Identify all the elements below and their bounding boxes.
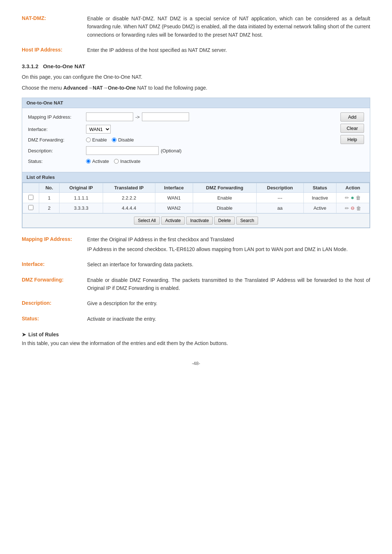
status-radio-group: Activate Inactivate bbox=[86, 159, 140, 164]
row1-edit-icon[interactable]: ✏ bbox=[345, 195, 349, 201]
menu-path: Advanced→NAT→One-to-One bbox=[63, 85, 136, 91]
nat-dmz-section: NAT-DMZ: Enable or disable NAT-DMZ. NAT … bbox=[22, 15, 370, 39]
row2-interface: WAN2 bbox=[155, 203, 193, 213]
list-rules-section: ➤ List of Rules In this table, you can v… bbox=[22, 332, 370, 346]
row1-description: --- bbox=[256, 193, 303, 203]
host-ip-label: Host IP Address: bbox=[22, 46, 87, 54]
interface-control: WAN1 WAN2 bbox=[86, 125, 335, 134]
help-description-row: Description: Give a description for the … bbox=[22, 299, 370, 309]
list-rules-title-text: List of Rules bbox=[28, 332, 59, 337]
list-rules-title: ➤ List of Rules bbox=[22, 332, 370, 337]
mapping-ip-label: Mapping IP Address: bbox=[28, 114, 86, 120]
row1-dmz: Enable bbox=[193, 193, 256, 203]
nat-dmz-description: Enable or disable NAT-DMZ. NAT DMZ is a … bbox=[87, 15, 370, 39]
mapping-ip-translated-input[interactable] bbox=[142, 112, 189, 121]
list-rules-arrow: ➤ bbox=[22, 332, 26, 337]
panel-buttons: Add Clear Help bbox=[340, 112, 364, 168]
page-number: -48- bbox=[22, 361, 370, 366]
add-button[interactable]: Add bbox=[340, 112, 364, 122]
row2-deactivate-icon[interactable]: ⊖ bbox=[351, 205, 355, 211]
row1-action: ✏ ● 🗑 bbox=[336, 193, 369, 203]
interface-select[interactable]: WAN1 WAN2 bbox=[86, 125, 111, 134]
col-description: Description bbox=[256, 183, 303, 193]
status-activate-item: Activate bbox=[86, 159, 109, 164]
panel-body: Mapping IP Address: -> Interface: WAN1 W… bbox=[22, 108, 370, 172]
dmz-disable-radio[interactable] bbox=[112, 138, 117, 142]
row2-checkbox-cell bbox=[23, 203, 39, 213]
table-row: 1 1.1.1.1 2.2.2.2 WAN1 Enable --- Inacti… bbox=[23, 193, 369, 203]
description-input[interactable] bbox=[86, 146, 159, 155]
dmz-disable-item: Disable bbox=[112, 137, 134, 143]
section-intro: On this page, you can configure the One-… bbox=[22, 73, 370, 92]
row1-checkbox-cell bbox=[23, 193, 39, 203]
col-dmz-forwarding: DMZ Forwarding bbox=[193, 183, 256, 193]
help-mapping-label: Mapping IP Address: bbox=[22, 235, 87, 255]
help-dmz-content: Enable or disable DMZ Forwarding. The pa… bbox=[87, 276, 370, 294]
row2-checkbox[interactable] bbox=[28, 205, 33, 210]
help-description-content: Give a description for the entry. bbox=[87, 299, 370, 309]
activate-button[interactable]: Activate bbox=[161, 217, 185, 225]
row2-original-ip: 3.3.3.3 bbox=[59, 203, 103, 213]
row1-delete-icon[interactable]: 🗑 bbox=[356, 195, 361, 201]
rules-table-head: No. Original IP Translated IP Interface … bbox=[23, 183, 369, 193]
description-control: (Optional) bbox=[86, 146, 335, 155]
list-rules-desc: In this table, you can view the informat… bbox=[22, 340, 370, 346]
row1-checkbox[interactable] bbox=[28, 195, 33, 200]
row2-no: 2 bbox=[39, 203, 60, 213]
description-row: Description: (Optional) bbox=[28, 146, 335, 155]
clear-button[interactable]: Clear bbox=[340, 124, 364, 133]
list-of-rules-header: List of Rules bbox=[22, 172, 370, 182]
help-interface-label: Interface: bbox=[22, 260, 87, 270]
status-activate-radio[interactable] bbox=[86, 159, 91, 164]
row1-activate-icon[interactable]: ● bbox=[351, 194, 354, 201]
row2-dmz: Disable bbox=[193, 203, 256, 213]
help-status-desc: Activate or inactivate the entry. bbox=[87, 315, 370, 323]
intro-line1: On this page, you can configure the One-… bbox=[22, 73, 370, 81]
help-button[interactable]: Help bbox=[340, 135, 364, 144]
dmz-enable-radio[interactable] bbox=[86, 138, 91, 142]
help-status-row: Status: Activate or inactivate the entry… bbox=[22, 315, 370, 324]
row2-delete-icon[interactable]: 🗑 bbox=[356, 205, 361, 211]
status-inactivate-item: Inactivate bbox=[114, 159, 140, 164]
host-ip-section: Host IP Address: Enter the IP address of… bbox=[22, 46, 370, 54]
dmz-forwarding-control: Enable Disable bbox=[86, 137, 335, 143]
col-action: Action bbox=[336, 183, 369, 193]
rules-table: No. Original IP Translated IP Interface … bbox=[23, 183, 369, 213]
panel-form: Mapping IP Address: -> Interface: WAN1 W… bbox=[28, 112, 335, 168]
help-mapping-line1: Enter the Original IP Address in the fir… bbox=[87, 235, 370, 243]
rules-table-body: 1 1.1.1.1 2.2.2.2 WAN1 Enable --- Inacti… bbox=[23, 193, 369, 213]
dmz-enable-label: Enable bbox=[92, 137, 107, 143]
help-status-content: Activate or inactivate the entry. bbox=[87, 315, 370, 324]
search-button[interactable]: Search bbox=[236, 217, 258, 225]
row2-edit-icon[interactable]: ✏ bbox=[345, 205, 349, 211]
row2-action: ✏ ⊖ 🗑 bbox=[336, 203, 369, 213]
row2-action-icons: ✏ ⊖ 🗑 bbox=[339, 205, 366, 211]
col-checkbox bbox=[23, 183, 39, 193]
select-all-button[interactable]: Select All bbox=[134, 217, 160, 225]
help-mapping-content: Enter the Original IP Address in the fir… bbox=[87, 235, 370, 255]
row2-description: aa bbox=[256, 203, 303, 213]
help-description-desc: Give a description for the entry. bbox=[87, 299, 370, 307]
help-section: Mapping IP Address: Enter the Original I… bbox=[22, 235, 370, 324]
col-translated-ip: Translated IP bbox=[103, 183, 155, 193]
help-interface-row: Interface: Select an interface for forwa… bbox=[22, 260, 370, 270]
section-title: One-to-One NAT bbox=[43, 63, 85, 69]
row1-no: 1 bbox=[39, 193, 60, 203]
dmz-forwarding-row: DMZ Forwarding: Enable Disable bbox=[28, 137, 335, 143]
inactivate-button[interactable]: Inactivate bbox=[186, 217, 213, 225]
help-interface-desc: Select an interface for forwarding data … bbox=[87, 260, 370, 268]
interface-row: Interface: WAN1 WAN2 bbox=[28, 125, 335, 134]
dmz-enable-item: Enable bbox=[86, 137, 107, 143]
help-interface-content: Select an interface for forwarding data … bbox=[87, 260, 370, 270]
status-inactivate-radio[interactable] bbox=[114, 159, 119, 164]
dmz-forwarding-label: DMZ Forwarding: bbox=[28, 137, 86, 143]
mapping-ip-original-input[interactable] bbox=[86, 112, 133, 121]
table-header-row: No. Original IP Translated IP Interface … bbox=[23, 183, 369, 193]
delete-button[interactable]: Delete bbox=[214, 217, 235, 225]
help-dmz-label: DMZ Forwarding: bbox=[22, 276, 87, 294]
status-label: Status: bbox=[28, 159, 86, 164]
optional-label: (Optional) bbox=[161, 148, 181, 153]
row1-translated-ip: 2.2.2.2 bbox=[103, 193, 155, 203]
nat-dmz-label: NAT-DMZ: bbox=[22, 15, 87, 39]
mapping-arrow: -> bbox=[135, 114, 140, 120]
